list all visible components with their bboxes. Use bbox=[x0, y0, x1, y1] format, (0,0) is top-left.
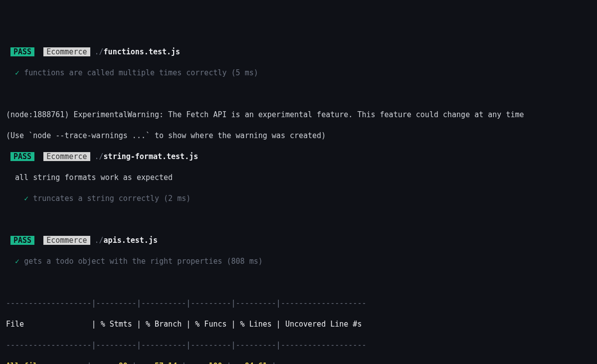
pass-badge: PASS bbox=[10, 47, 34, 56]
pass-badge: PASS bbox=[10, 236, 34, 245]
test-filename: apis.test.js bbox=[104, 236, 158, 245]
coverage-header: File | % Stmts | % Branch | % Funcs | % … bbox=[6, 319, 591, 330]
blank-line bbox=[6, 214, 591, 225]
warning-line: (node:1888761) ExperimentalWarning: The … bbox=[6, 110, 591, 120]
test-result-line: PASS Ecommerce ./functions.test.js bbox=[6, 47, 591, 57]
coverage-divider: -------------------|---------|----------… bbox=[6, 298, 591, 309]
check-icon: ✓ bbox=[24, 194, 28, 203]
cov-file: All files bbox=[6, 362, 87, 364]
cov-funcs: 100 bbox=[191, 362, 222, 364]
cov-stmts: 80 bbox=[96, 362, 128, 364]
test-result-line: PASS Ecommerce ./string-format.test.js bbox=[6, 152, 591, 162]
coverage-row-all: All files | 80 | 57.14 | 100 | 84.61 | bbox=[6, 361, 591, 364]
blank-line bbox=[6, 277, 591, 288]
test-result-line: PASS Ecommerce ./apis.test.js bbox=[6, 235, 591, 246]
test-check-line: ✓ truncates a string correctly (2 ms) bbox=[6, 193, 591, 204]
warning-line: (Use `node --trace-warnings ...` to show… bbox=[6, 131, 591, 141]
tag-badge: Ecommerce bbox=[43, 152, 90, 161]
test-filename: functions.test.js bbox=[104, 47, 181, 56]
tag-badge: Ecommerce bbox=[43, 47, 90, 56]
test-check-line: ✓ gets a todo object with the right prop… bbox=[6, 256, 591, 267]
pass-badge: PASS bbox=[10, 152, 34, 161]
test-check-text: gets a todo object with the right proper… bbox=[24, 257, 263, 266]
path-prefix: ./ bbox=[95, 236, 104, 245]
test-desc-line: all string formats work as expected bbox=[6, 173, 591, 183]
check-icon: ✓ bbox=[15, 257, 19, 266]
test-check-line: ✓ functions are called multiple times co… bbox=[6, 68, 591, 78]
tag-badge: Ecommerce bbox=[43, 236, 90, 245]
coverage-divider: -------------------|---------|----------… bbox=[6, 340, 591, 351]
cov-uncov bbox=[281, 362, 362, 364]
cov-lines: 84.61 bbox=[236, 362, 267, 364]
cov-branch: 57.14 bbox=[141, 362, 177, 364]
path-prefix: ./ bbox=[95, 152, 104, 161]
test-check-text: truncates a string correctly (2 ms) bbox=[33, 194, 191, 203]
check-icon: ✓ bbox=[15, 68, 19, 77]
path-prefix: ./ bbox=[95, 47, 104, 56]
blank-line bbox=[6, 89, 591, 99]
test-filename: string-format.test.js bbox=[104, 152, 199, 161]
test-check-text: functions are called multiple times corr… bbox=[24, 68, 258, 77]
